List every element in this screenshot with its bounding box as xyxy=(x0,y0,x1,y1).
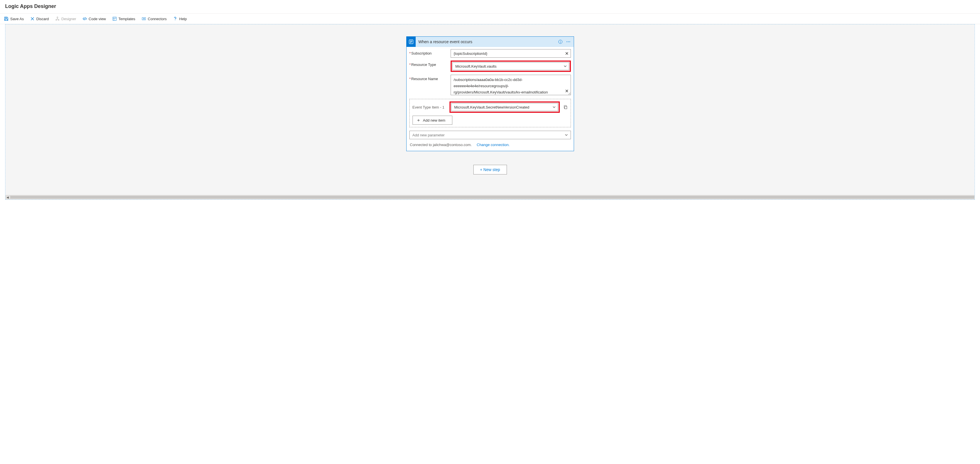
copy-icon[interactable] xyxy=(563,105,568,110)
connectors-label: Connectors xyxy=(148,17,167,21)
connectors-icon xyxy=(142,16,146,21)
toolbar: Save As Discard Designer Code view Templ… xyxy=(0,13,980,24)
svg-rect-3 xyxy=(113,17,116,21)
scroll-left-icon[interactable]: ◀ xyxy=(5,195,10,199)
clear-icon[interactable]: ✕ xyxy=(565,88,569,94)
save-icon xyxy=(4,16,8,21)
discard-button[interactable]: Discard xyxy=(30,16,49,21)
svg-rect-13 xyxy=(565,106,567,109)
designer-icon xyxy=(55,16,60,21)
chevron-down-icon[interactable] xyxy=(565,133,568,137)
new-step-button[interactable]: + New step xyxy=(473,165,507,175)
discard-label: Discard xyxy=(37,17,49,21)
trigger-card: When a resource event occurs *Subscripti… xyxy=(406,37,574,151)
chevron-down-icon[interactable] xyxy=(552,105,556,109)
templates-button[interactable]: Templates xyxy=(112,16,135,21)
discard-icon xyxy=(30,16,35,21)
designer-canvas[interactable]: When a resource event occurs *Subscripti… xyxy=(5,24,975,200)
trigger-header[interactable]: When a resource event occurs xyxy=(407,37,574,47)
info-icon[interactable] xyxy=(558,39,563,44)
templates-label: Templates xyxy=(119,17,135,21)
add-parameter-select[interactable] xyxy=(409,131,571,139)
code-icon xyxy=(83,16,87,21)
svg-point-5 xyxy=(175,20,175,21)
designer-button: Designer xyxy=(55,16,76,21)
svg-point-11 xyxy=(569,41,570,42)
event-type-select[interactable] xyxy=(451,103,558,111)
resource-type-highlight xyxy=(450,60,571,72)
page-title: Logic Apps Designer xyxy=(0,0,980,13)
svg-point-0 xyxy=(57,17,58,18)
event-type-highlight xyxy=(450,102,560,113)
svg-point-9 xyxy=(566,41,567,42)
connection-footer: Connected to jalichwa@contoso.com. Chang… xyxy=(409,143,571,147)
resource-type-label: *Resource Type xyxy=(409,60,448,67)
scrollbar-thumb[interactable] xyxy=(10,196,974,199)
plus-icon: ＋ xyxy=(416,118,421,123)
connectors-button[interactable]: Connectors xyxy=(142,16,167,21)
horizontal-scrollbar[interactable]: ◀ xyxy=(5,195,975,199)
designer-label: Designer xyxy=(61,17,76,21)
resource-name-label: *Resource Name xyxy=(409,75,448,81)
connected-to-text: Connected to jalichwa@contoso.com. xyxy=(410,143,472,147)
resource-name-input[interactable]: /subscriptions/aaaa0a0a-bb1b-cc2c-dd3d-e… xyxy=(450,75,571,95)
change-connection-link[interactable]: Change connection. xyxy=(477,143,510,147)
subscription-label: *Subscription xyxy=(409,49,448,56)
save-as-button[interactable]: Save As xyxy=(4,16,24,21)
code-view-label: Code view xyxy=(89,17,106,21)
resource-type-select[interactable] xyxy=(452,62,569,70)
help-button[interactable]: Help xyxy=(173,16,187,21)
help-label: Help xyxy=(179,17,187,21)
event-grid-icon xyxy=(407,37,416,47)
add-new-item-button[interactable]: ＋ Add new item xyxy=(412,116,452,125)
svg-point-8 xyxy=(560,41,561,41)
help-icon xyxy=(173,16,177,21)
chevron-down-icon[interactable] xyxy=(563,65,567,68)
add-item-label: Add new item xyxy=(423,118,445,122)
svg-point-10 xyxy=(568,41,568,42)
more-icon[interactable] xyxy=(566,39,571,44)
event-type-panel: Event Type Item - 1 ＋ Ad xyxy=(409,99,571,127)
save-as-label: Save As xyxy=(10,17,24,21)
subscription-input[interactable] xyxy=(450,49,571,58)
code-view-button[interactable]: Code view xyxy=(83,16,106,21)
templates-icon xyxy=(112,16,117,21)
event-type-label: Event Type Item - 1 xyxy=(412,105,447,110)
trigger-title: When a resource event occurs xyxy=(418,40,555,44)
clear-icon[interactable]: ✕ xyxy=(565,51,569,56)
